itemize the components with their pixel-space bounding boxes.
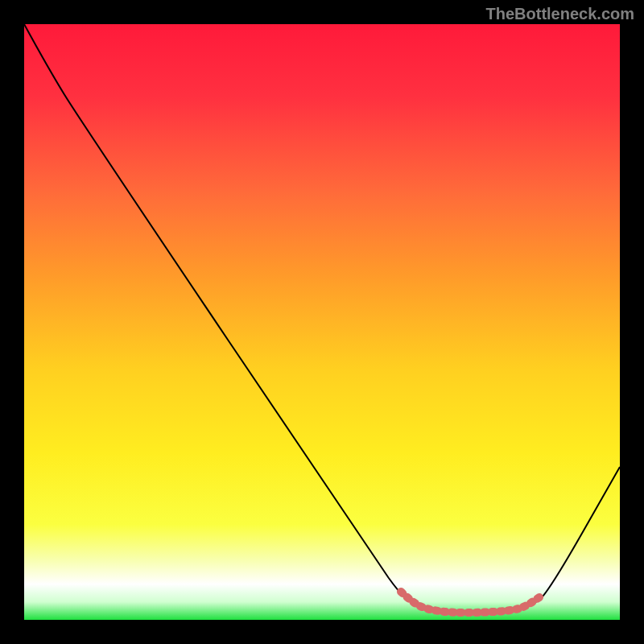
bottleneck-chart bbox=[0, 0, 644, 644]
watermark-text: TheBottleneck.com bbox=[486, 5, 634, 23]
gradient-plot-area bbox=[24, 24, 620, 620]
chart-container: { "watermark": "TheBottleneck.com", "cha… bbox=[0, 0, 644, 644]
